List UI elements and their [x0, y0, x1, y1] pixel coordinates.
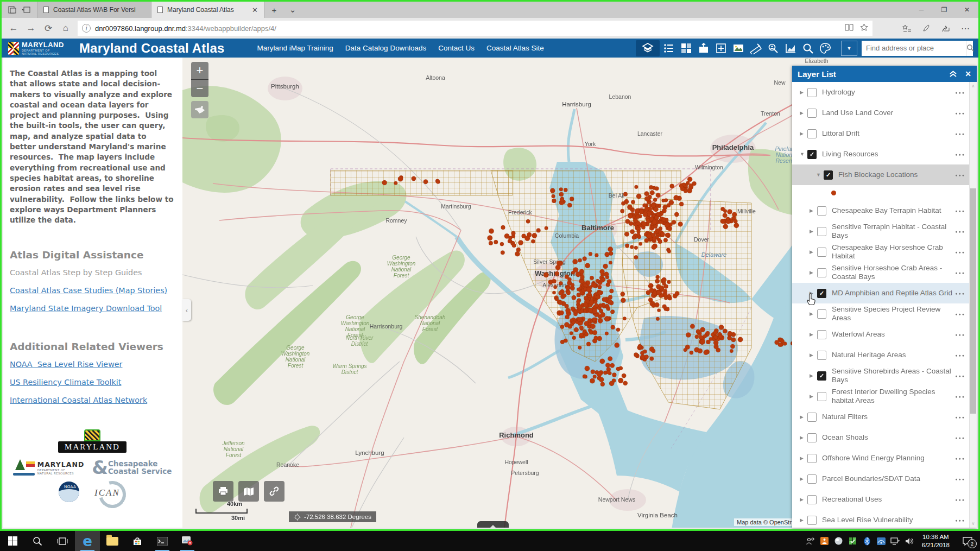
- sidebar-link-noaa-slr[interactable]: NOAA Sea Level Rise Viewer: [10, 360, 175, 369]
- tray-app-shield-icon[interactable]: [846, 531, 860, 551]
- layer-row[interactable]: ▶Parcel Boundaries/SDAT Data●●●: [792, 468, 970, 489]
- taskbar-edge-icon[interactable]: e: [75, 531, 100, 551]
- share-icon[interactable]: [936, 20, 956, 36]
- layer-menu-icon[interactable]: ●●●: [955, 518, 965, 522]
- layer-row[interactable]: ▶Forest Interior Dwelling Species habita…: [792, 386, 970, 407]
- layer-menu-icon[interactable]: ●●●: [955, 498, 965, 502]
- layer-row[interactable]: ▶Sea Level Rise Vulnerability●●●: [792, 510, 970, 528]
- tab-preview-icon[interactable]: [8, 6, 16, 14]
- expand-arrow-icon[interactable]: ▶: [800, 110, 807, 116]
- layer-checkbox[interactable]: [807, 516, 817, 525]
- expand-arrow-icon[interactable]: ▶: [800, 90, 807, 95]
- search-icon[interactable]: [966, 41, 975, 56]
- nav-data-catalog[interactable]: Data Catalog Downloads: [345, 44, 426, 52]
- expand-arrow-icon[interactable]: ▶: [810, 311, 817, 316]
- layer-menu-icon[interactable]: ●●●: [955, 209, 965, 213]
- taskbar-store-icon[interactable]: [125, 531, 150, 551]
- layer-row[interactable]: ▶Littoral Drift●●●: [792, 123, 970, 144]
- layer-menu-icon[interactable]: ●●●: [955, 250, 965, 254]
- expand-arrow-icon[interactable]: ▶: [800, 435, 807, 440]
- layer-checkbox[interactable]: [817, 392, 826, 401]
- layer-menu-icon[interactable]: ●●●: [955, 111, 965, 115]
- refresh-button[interactable]: ⟳: [40, 20, 57, 36]
- tray-bluetooth-icon[interactable]: [860, 531, 874, 551]
- chart-icon[interactable]: [782, 40, 799, 56]
- zoom-out-button[interactable]: −: [191, 80, 208, 97]
- layer-row[interactable]: ▶Land Use Land Cover●●●: [792, 103, 970, 123]
- layer-menu-icon[interactable]: ●●●: [955, 457, 965, 460]
- back-button[interactable]: ←: [5, 20, 22, 36]
- layer-checkbox[interactable]: [807, 474, 817, 484]
- nav-contact-us[interactable]: Contact Us: [438, 44, 475, 52]
- layer-row[interactable]: ▶Ocean Shoals●●●: [792, 427, 970, 448]
- expand-arrow-icon[interactable]: ▶: [800, 414, 807, 420]
- layer-menu-icon[interactable]: ●●●: [955, 91, 965, 94]
- layer-row[interactable]: ▶Offshore Wind Energy Planning●●●: [792, 448, 970, 468]
- layer-menu-icon[interactable]: ●●●: [955, 333, 965, 337]
- collapse-all-icon[interactable]: [949, 71, 957, 78]
- expand-arrow-open-icon[interactable]: ▼: [816, 172, 824, 178]
- layer-row[interactable]: ▶Recreational Uses●●●: [792, 489, 970, 510]
- layer-menu-icon[interactable]: ●●●: [955, 395, 965, 398]
- favorite-star-icon[interactable]: [860, 23, 868, 33]
- sidebar-link-ican[interactable]: International Coastal Atlas Network: [10, 396, 175, 404]
- layer-checkbox[interactable]: [807, 495, 817, 504]
- layer-row[interactable]: ▶✓MD Amphibian and Reptile Atlas Grid●●●: [792, 283, 970, 303]
- reading-view-icon[interactable]: [845, 24, 853, 33]
- layer-checkbox[interactable]: [807, 433, 817, 442]
- layer-menu-icon[interactable]: ●●●: [955, 374, 965, 378]
- layer-menu-icon[interactable]: ●●●: [955, 173, 965, 177]
- expand-arrow-icon[interactable]: ▶: [810, 394, 817, 399]
- action-center-icon[interactable]: 2: [955, 531, 980, 551]
- layer-checkbox[interactable]: [817, 248, 826, 257]
- more-icon[interactable]: ⋯: [956, 20, 975, 36]
- layer-checkbox[interactable]: [817, 268, 826, 277]
- layer-row[interactable]: ▶Natural Heritage Areas●●●: [792, 345, 970, 365]
- expand-arrow-icon[interactable]: ▶: [810, 332, 817, 337]
- search-tool-icon[interactable]: [800, 40, 816, 56]
- layer-checkbox[interactable]: ✓: [824, 170, 833, 180]
- expand-arrow-icon[interactable]: ▶: [800, 455, 807, 461]
- sidebar-collapse-handle[interactable]: ‹: [182, 299, 191, 321]
- taskbar-file-explorer-icon[interactable]: [100, 531, 125, 551]
- layer-checkbox[interactable]: [807, 109, 817, 118]
- layer-menu-icon[interactable]: ●●●: [955, 153, 965, 156]
- expand-arrow-icon[interactable]: ▶: [800, 517, 807, 523]
- layer-checkbox[interactable]: ✓: [817, 289, 826, 298]
- layer-checkbox[interactable]: [807, 454, 817, 463]
- scrollbar-thumb[interactable]: [970, 188, 976, 414]
- expand-arrow-icon[interactable]: ▶: [800, 497, 807, 502]
- layer-checkbox[interactable]: [807, 413, 817, 422]
- full-extent-icon[interactable]: [713, 40, 729, 56]
- layer-menu-icon[interactable]: ●●●: [955, 477, 965, 481]
- layers-icon[interactable]: [636, 40, 660, 56]
- close-panel-icon[interactable]: ✕: [965, 69, 971, 78]
- nav-coastal-atlas-site[interactable]: Coastal Atlas Site: [486, 44, 544, 52]
- layer-menu-icon[interactable]: ●●●: [955, 436, 965, 440]
- layer-checkbox[interactable]: [817, 309, 826, 319]
- expand-arrow-open-icon[interactable]: ▼: [800, 151, 807, 157]
- tray-app-orange-icon[interactable]: [818, 531, 832, 551]
- expand-arrow-icon[interactable]: ▶: [810, 208, 817, 213]
- new-tab-button[interactable]: +: [265, 2, 283, 18]
- coordinate-widget[interactable]: -72.526 38.632 Degrees: [289, 511, 376, 522]
- close-button[interactable]: ✕: [956, 2, 978, 18]
- expand-arrow-icon[interactable]: ▶: [810, 373, 817, 378]
- measure-icon[interactable]: [748, 40, 764, 56]
- expand-arrow-icon[interactable]: ▶: [810, 229, 817, 234]
- layer-checkbox[interactable]: ✓: [807, 150, 817, 159]
- tab-close-icon[interactable]: ✕: [251, 6, 259, 14]
- expand-arrow-icon[interactable]: ▶: [800, 131, 807, 136]
- taskbar-search-icon[interactable]: [25, 531, 50, 551]
- tab-coastal-atlas-wab[interactable]: Coastal Atlas WAB For Versi: [37, 2, 151, 18]
- sidebar-link-imagery-tool[interactable]: Maryland State Imagery Download Tool: [10, 304, 175, 313]
- hub-icon[interactable]: [897, 20, 916, 36]
- zoom-in-button[interactable]: +: [191, 62, 208, 80]
- layer-row[interactable]: ▶Natural Filters●●●: [792, 407, 970, 427]
- layer-checkbox[interactable]: [817, 206, 826, 216]
- url-field[interactable]: i dnr0097860.langroup.dnr.md:3344/webapp…: [78, 21, 872, 36]
- print-button[interactable]: [213, 481, 233, 502]
- layer-checkbox[interactable]: [817, 227, 826, 236]
- search-input[interactable]: [862, 44, 966, 52]
- sidebar-link-case-studies[interactable]: Coastal Atlas Case Studies (Map Stories): [10, 286, 175, 295]
